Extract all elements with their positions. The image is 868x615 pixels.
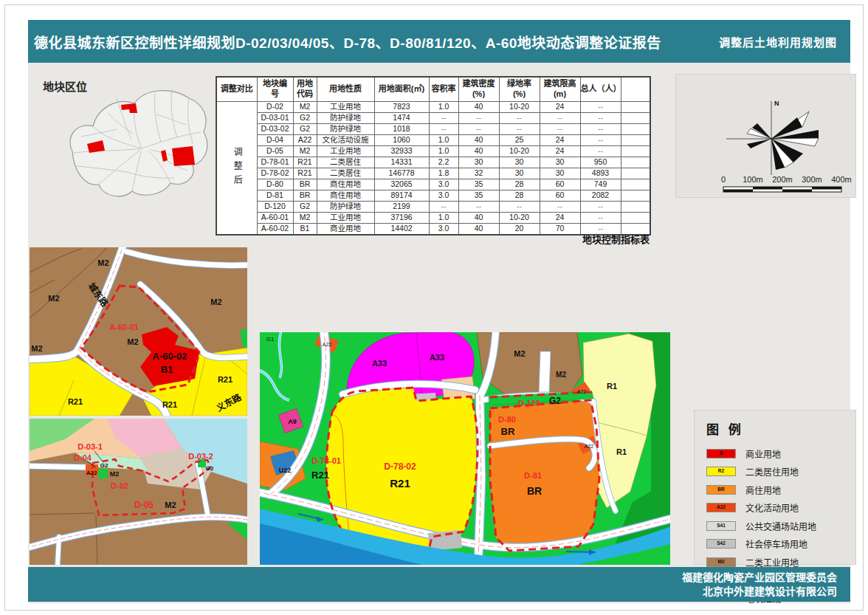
parcel-label: R21 <box>162 400 177 409</box>
legend-color-swatch: R2 <box>706 467 736 476</box>
table-cell: 28 <box>499 179 540 190</box>
table-cell: 30 <box>540 157 580 168</box>
parcel-code-label: A-60-02 <box>153 351 187 362</box>
north-label: N <box>774 100 779 107</box>
parcel-label: G2 <box>100 462 108 469</box>
parcel-label: M2 <box>127 337 138 346</box>
compass-scale-panel: N 0 100m 200m 300m 400m <box>675 74 856 198</box>
legend-label: 文化活动用地 <box>745 501 799 514</box>
parcel-label: BR <box>501 426 515 437</box>
scale-tick: 200m <box>772 175 793 184</box>
table-cell: 32 <box>458 168 499 179</box>
table-cell: 24 <box>540 213 580 224</box>
legend-label: 商住用地 <box>745 484 781 496</box>
legend-label: 二类居住用地 <box>745 465 799 478</box>
legend-label: 社会停车场用地 <box>745 537 807 550</box>
table-cell: D-78-01 <box>257 157 293 168</box>
table-cell: 2082 <box>580 190 621 202</box>
table-cell: -- <box>499 113 540 124</box>
table-cell: 146778 <box>374 168 429 179</box>
table-row: D-80BR商住用地320653.0352860749 <box>216 179 650 190</box>
table-cell: -- <box>540 113 580 124</box>
table-cell: 10-20 <box>499 102 540 113</box>
table-cell: -- <box>429 202 458 213</box>
legend-code: M2 <box>717 560 724 565</box>
table-cell: 3.0 <box>429 179 458 190</box>
green-parcel <box>98 469 108 478</box>
scale-tick: 400m <box>831 175 852 184</box>
table-row: D-03-01G2防护绿地1474---------- <box>216 113 650 124</box>
legend-code: R2 <box>718 469 724 474</box>
compass-wedges <box>747 111 819 170</box>
table-cell: -- <box>499 124 540 135</box>
parcel-label: R1 <box>616 447 627 456</box>
table-row: 调整后D-02M2工业用地78231.04010-2024-- <box>216 102 650 113</box>
parcel-code-label: D-05 <box>134 500 154 510</box>
main-landuse-map: G1 A22 A33 A33 M2 M2 R1 A9 U22 D-78-01 R… <box>260 332 670 565</box>
table-row: D-120G2防护绿地2199---------- <box>216 202 650 213</box>
table-cell: D-78-02 <box>257 168 293 179</box>
table-cell: 工业用地 <box>317 102 374 113</box>
table-cell: D-03-01 <box>257 113 293 124</box>
table-cell-empty <box>621 124 650 135</box>
table-cell: 32065 <box>374 179 429 190</box>
parcel-label: M2 <box>556 371 566 379</box>
table-cell: 30 <box>499 157 540 168</box>
table-cell: 35 <box>458 190 499 202</box>
column-header: 用地性质 <box>317 77 374 102</box>
table-cell: 2.2 <box>429 157 458 168</box>
table-cell: 30 <box>458 157 499 168</box>
parcel-code-label: D-80 <box>498 415 516 424</box>
table-cell: BR <box>293 190 317 202</box>
parcel-label: R21 <box>218 375 232 384</box>
table-cell: -- <box>540 202 580 213</box>
table-cell-empty <box>621 113 650 124</box>
table-cell: M2 <box>293 102 317 113</box>
parcel-label: A33 <box>372 359 387 368</box>
table-cell: -- <box>580 202 621 213</box>
title-bar: 德化县城东新区控制性详细规划D-02/03/04/05、D-78、D-80/81… <box>28 20 850 63</box>
table-cell-empty <box>621 190 650 202</box>
table-cell: 10-20 <box>499 146 540 157</box>
table-cell: D-04 <box>257 135 293 146</box>
column-header: 绿地率(%) <box>499 77 540 102</box>
parcel-label: M2 <box>210 298 221 306</box>
legend-item: S42社会停车场用地 <box>706 536 855 552</box>
submap-a60: M2 M2 M2 城东路 M2 A-60-01 M2 A-60-02 B1 R2… <box>30 247 247 416</box>
plan-sheet: { "header": { "title": "德化县城东新区控制性详细规划D-… <box>0 0 868 615</box>
parcel-code-label: D-02 <box>111 481 128 490</box>
table-cell: D-05 <box>257 146 293 157</box>
table-cell: 1.0 <box>429 146 458 157</box>
sheet-content: 德化县城东新区控制性详细规划D-02/03/04/05、D-78、D-80/81… <box>28 20 850 603</box>
drawing-title: 调整后土地利用规划图 <box>719 34 837 49</box>
table-cell: 24 <box>540 146 580 157</box>
scale-tick: 300m <box>802 175 822 184</box>
footer-bar: 福建德化陶瓷产业园区管理委员会 北京中外建建筑设计有限公司 <box>28 567 850 602</box>
table-cell: D-02 <box>257 102 293 113</box>
table-cell: 25 <box>499 135 540 146</box>
table-cell: -- <box>499 202 540 213</box>
parcel-label: A22 <box>577 389 587 394</box>
table-cell-empty <box>621 168 650 179</box>
parcel-label: M2 <box>514 349 525 358</box>
table-cell: 工业用地 <box>317 146 374 157</box>
table-row: D-81BR商住用地891743.03528602082 <box>216 190 650 202</box>
table-cell: 商住用地 <box>317 179 374 190</box>
table-cell: 14331 <box>374 157 429 168</box>
footer-org-1: 福建德化陶瓷产业园区管理委员会 <box>41 571 837 585</box>
parcel-label: G2 <box>549 396 561 406</box>
parcel-label: B1 <box>161 364 173 375</box>
table-cell: R21 <box>293 157 317 168</box>
table-cell: -- <box>458 113 499 124</box>
table-cell: 2199 <box>374 202 429 213</box>
legend-item: BR商住用地 <box>706 481 855 498</box>
table-cell: G2 <box>293 124 317 135</box>
legend-panel: 图 例 B商业用地R2二类居住用地BR商住用地A22文化活动用地S41公共交通场… <box>694 410 856 565</box>
parcel-label: M2 <box>97 258 108 267</box>
table-cell: -- <box>429 124 458 135</box>
legend-item: S41公共交通场站用地 <box>706 518 855 534</box>
table-cell: BR <box>293 179 317 190</box>
parcel-code-label: D-03-2 <box>188 452 213 461</box>
parcel-label: A33 <box>430 353 444 362</box>
column-header: 用地面积(㎡) <box>374 77 429 102</box>
